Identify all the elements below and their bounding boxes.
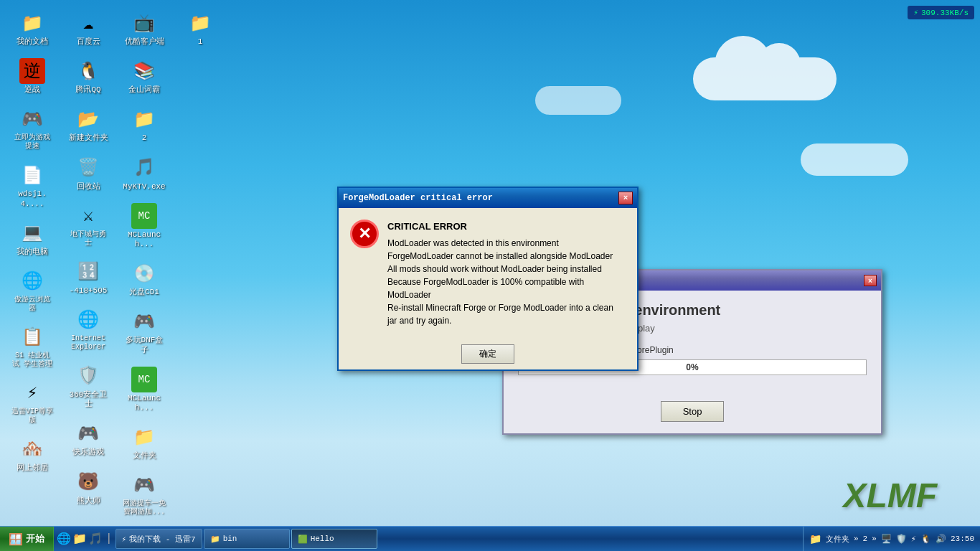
icon-kuaiwan[interactable]: 🎮 快乐游戏 bbox=[63, 418, 113, 460]
icon-xiong[interactable]: 🐻 熊大师 bbox=[63, 466, 113, 509]
error-title: CRITICAL ERROR bbox=[387, 220, 626, 234]
icon-neighbor-img: 🏘️ bbox=[19, 436, 45, 462]
taskbar-item-xunlei[interactable]: ⚡ 我的下载 - 迅雷7 bbox=[116, 529, 202, 549]
icon-360[interactable]: 🛡️ 360安全卫士 bbox=[63, 360, 113, 412]
icon-folder1-img: 📁 bbox=[187, 10, 213, 36]
icon-wenjian[interactable]: 📁 文件夹 bbox=[119, 421, 169, 463]
taskbar-quicklaunch-icon-3[interactable]: 🎵 bbox=[88, 532, 103, 546]
icon-browser[interactable]: 🌐 傲游云浏览器 bbox=[7, 265, 57, 316]
icon-minus[interactable]: 🔢 -418+505 bbox=[63, 256, 113, 298]
taskbar-item-hello[interactable]: 🟩 Hello bbox=[291, 529, 377, 549]
titlebar-buttons: × bbox=[618, 192, 633, 204]
icon-cd1-label: 光盘CD1 bbox=[129, 288, 159, 297]
tray-icon-sound[interactable]: 🔊 bbox=[936, 534, 946, 545]
icon-myktvexe-label: MyKTV.exe bbox=[123, 182, 165, 192]
desktop: ⚡ 309.33KB/s 📁 我的文档 逆 逆战 🎮 立即为游戏提速 📄 wds… bbox=[0, 0, 980, 551]
icon-my-computer-img: 💻 bbox=[19, 220, 45, 246]
tray-icon-network[interactable]: 🖥️ bbox=[881, 534, 892, 545]
icon-wdsj-img: 📄 bbox=[19, 162, 45, 188]
taskbar-item-xunlei-icon: ⚡ bbox=[122, 534, 127, 544]
start-button[interactable]: 🪟 开始 bbox=[0, 527, 54, 551]
taskbar-quicklaunch-icon-2[interactable]: 📁 bbox=[72, 532, 87, 546]
icon-wdsj[interactable]: 📄 wdsj1.4.... bbox=[7, 159, 57, 211]
icon-recycle-label: 回收站 bbox=[77, 182, 100, 192]
icon-new-folder[interactable]: 📂 新建文件夹 bbox=[63, 103, 113, 146]
error-line-5: Re-install Minecraft Forge or Forge ModL… bbox=[387, 301, 626, 314]
icon-wenjian-img: 📁 bbox=[131, 424, 157, 450]
stop-button[interactable]: Stop bbox=[661, 401, 725, 422]
icon-qq[interactable]: 🐧 腾讯QQ bbox=[63, 55, 113, 98]
desktop-icons: 📁 我的文档 逆 逆战 🎮 立即为游戏提速 📄 wdsj1.4.... 💻 我的… bbox=[7, 7, 208, 522]
start-logo: 🪟 bbox=[9, 532, 23, 546]
icon-dungeon[interactable]: ⚔️ 地下城与勇士 bbox=[63, 200, 113, 250]
icon-mclauncher2[interactable]: MC MCLaunch... bbox=[119, 364, 169, 415]
taskbar-item-bin-icon: 📁 bbox=[210, 534, 220, 544]
icon-browser-label: 傲游云浏览器 bbox=[14, 296, 50, 313]
icon-xunlei[interactable]: ⚡ 迅雷VIP尊享版 bbox=[7, 377, 57, 428]
icon-qq-label: 腾讯QQ bbox=[75, 85, 100, 95]
cloud-2 bbox=[801, 143, 908, 176]
icon-youku[interactable]: 📺 优酷客户端 bbox=[119, 7, 169, 50]
taskbar-sep-3: » bbox=[872, 534, 877, 543]
icon-myktvexe[interactable]: 🎵 MyKTV.exe bbox=[119, 152, 169, 194]
mc-close-button[interactable]: × bbox=[864, 275, 877, 286]
taskbar-item-hello-icon: 🟩 bbox=[298, 534, 308, 544]
icon-minus-label: -418+505 bbox=[70, 286, 108, 296]
icon-s1[interactable]: 📋 S1 结业机试 学生答理 bbox=[7, 321, 57, 372]
icon-baidu[interactable]: ☁️ 百度云 bbox=[63, 7, 113, 50]
icon-wdsj-label: wdsj1.4.... bbox=[10, 189, 55, 208]
icon-my-documents-label: 我的文档 bbox=[17, 37, 48, 47]
icon-mclauncher1-label: MCLaunch... bbox=[122, 230, 166, 249]
icon-cd1[interactable]: 💿 光盘CD1 bbox=[119, 258, 169, 300]
taskbar-items: 🌐 📁 🎵 | ⚡ 我的下载 - 迅雷7 📁 bin 🟩 Hello bbox=[54, 527, 803, 551]
icon-xiong-img: 🐻 bbox=[75, 469, 101, 495]
icon-game-helper-label: 立即为游戏提速 bbox=[14, 133, 50, 151]
icon-360-img: 🛡️ bbox=[75, 363, 101, 389]
mc-footer: Stop bbox=[504, 395, 881, 433]
ok-button[interactable]: 确定 bbox=[461, 344, 514, 364]
icon-folder2[interactable]: 📁 2 bbox=[119, 103, 169, 146]
icon-jinshan-img: 📚 bbox=[131, 58, 157, 84]
icon-game-helper[interactable]: 🎮 立即为游戏提速 bbox=[7, 103, 57, 154]
icon-s1-img: 📋 bbox=[19, 324, 45, 350]
forge-error-content: ✕ CRITICAL ERROR ModLoader was detected … bbox=[339, 208, 637, 339]
icon-dungeon-img: ⚔️ bbox=[75, 203, 101, 229]
icon-mclauncher2-img: MC bbox=[131, 367, 157, 392]
icon-jinshan[interactable]: 📚 金山词霸 bbox=[119, 55, 169, 98]
taskbar-item-hello-label: Hello bbox=[311, 534, 334, 543]
icon-folder1-label: 1 bbox=[198, 37, 203, 47]
forge-error-close-button[interactable]: × bbox=[618, 192, 633, 204]
tray-icon-antivirus[interactable]: 🛡️ bbox=[896, 534, 907, 545]
icon-wangyou[interactable]: 🎮 网游提车一免费网游加... bbox=[119, 469, 169, 519]
taskbar-quicklaunch-icon-1[interactable]: 🌐 bbox=[57, 532, 71, 546]
icon-qq-img: 🐧 bbox=[75, 58, 101, 84]
icon-ni-zhan-img: 逆 bbox=[19, 58, 45, 84]
taskbar-sep-1: | bbox=[105, 532, 113, 545]
icon-duowan[interactable]: 🎮 多玩DNF盒子 bbox=[119, 306, 169, 357]
icon-ni-zhan[interactable]: 逆 逆战 bbox=[7, 55, 57, 98]
icon-recycle[interactable]: 🗑️ 回收站 bbox=[63, 152, 113, 194]
icon-neighbor[interactable]: 🏘️ 网上邻居 bbox=[7, 433, 57, 476]
icon-folder2-img: 📁 bbox=[131, 106, 157, 132]
icon-browser-img: 🌐 bbox=[19, 268, 45, 294]
taskbar-count: 2 bbox=[863, 534, 868, 543]
forge-error-footer: 确定 bbox=[339, 339, 637, 369]
forge-error-dialog: ForgeModLoader critical error × ✕ CRITIC… bbox=[337, 187, 639, 371]
icon-neighbor-label: 网上邻居 bbox=[17, 463, 48, 473]
tray-icon-qq[interactable]: 🐧 bbox=[920, 534, 931, 545]
icon-folder1[interactable]: 📁 1 bbox=[175, 7, 225, 50]
tray-icon-xunlei[interactable]: ⚡ bbox=[911, 534, 916, 545]
icon-my-documents[interactable]: 📁 我的文档 bbox=[7, 7, 57, 50]
error-line-4: Because ForgeModLoader is 100% compatibl… bbox=[387, 276, 626, 301]
taskbar-folder-icon[interactable]: 📁 bbox=[809, 533, 821, 545]
taskbar-item-bin[interactable]: 📁 bin bbox=[204, 529, 290, 549]
error-line-3: All mods should work without ModLoader b… bbox=[387, 263, 626, 276]
icon-my-documents-img: 📁 bbox=[19, 10, 45, 36]
icon-ie[interactable]: 🌐 InternetExplorer bbox=[63, 304, 113, 354]
icon-my-computer-label: 我的电脑 bbox=[17, 248, 48, 257]
speed-icon: ⚡ bbox=[913, 8, 918, 17]
icon-my-computer[interactable]: 💻 我的电脑 bbox=[7, 217, 57, 260]
icon-xiong-label: 熊大师 bbox=[77, 496, 100, 506]
icon-mclauncher2-label: MCLaunch... bbox=[122, 394, 166, 413]
icon-mclauncher1[interactable]: MC MCLaunch... bbox=[119, 200, 169, 252]
